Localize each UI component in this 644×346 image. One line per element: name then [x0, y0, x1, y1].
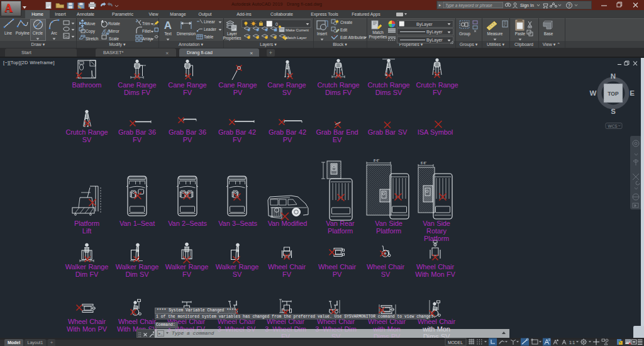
svg-text:Insert: Insert [317, 31, 327, 36]
svg-text:TOP: TOP [608, 91, 619, 97]
svg-text:Make Current: Make Current [286, 28, 309, 32]
svg-text:Properties: Properties [369, 35, 387, 40]
svg-text:ByLayer: ByLayer [426, 30, 443, 35]
svg-text:Scale: Scale [109, 36, 119, 41]
svg-text:E: E [630, 89, 635, 97]
svg-text:N: N [611, 72, 616, 80]
svg-text:Leader: Leader [204, 27, 217, 31]
svg-text:Dimension: Dimension [177, 31, 196, 36]
svg-text:WCS: WCS [608, 124, 618, 128]
svg-text:S: S [611, 108, 616, 115]
svg-text:MODEL: MODEL [448, 340, 463, 345]
svg-text:Line: Line [4, 31, 13, 35]
svg-text:Move: Move [86, 21, 96, 26]
svg-text:Match Layer: Match Layer [286, 35, 307, 40]
svg-text:Table: Table [204, 35, 214, 39]
svg-text:Measure: Measure [487, 31, 503, 36]
svg-text:ByLayer: ByLayer [416, 22, 433, 27]
svg-text:?: ? [568, 3, 570, 8]
svg-text:Circle: Circle [33, 31, 43, 35]
svg-text:1:1: 1:1 [569, 340, 575, 345]
svg-text:Array: Array [142, 36, 152, 42]
svg-text:8'-6": 8'-6" [374, 159, 379, 162]
svg-text:Mirror: Mirror [109, 29, 120, 33]
svg-text:Sign In: Sign In [520, 3, 534, 8]
svg-text:Trim: Trim [142, 21, 150, 26]
svg-text:A: A [164, 20, 172, 31]
svg-text:6'-6": 6'-6" [421, 162, 426, 165]
svg-text:Base: Base [544, 31, 553, 36]
svg-text:Copy: Copy [86, 29, 96, 34]
svg-text:ByLayer: ByLayer [426, 38, 443, 43]
svg-text:Stretch: Stretch [86, 36, 99, 41]
svg-text:W: W [590, 89, 597, 97]
svg-text:Linear: Linear [204, 20, 216, 24]
svg-text:Fillet: Fillet [142, 29, 151, 33]
svg-text:Paste: Paste [515, 31, 526, 36]
svg-text:Create: Create [340, 20, 353, 25]
svg-text:Polyline: Polyline [16, 31, 30, 36]
svg-text:Properties: Properties [223, 36, 241, 41]
svg-text:Arc: Arc [51, 31, 57, 35]
svg-text:Match: Match [372, 30, 384, 35]
svg-text:Edit Attributes: Edit Attributes [340, 35, 365, 40]
svg-text:Rotate: Rotate [108, 21, 120, 26]
svg-text:Group: Group [459, 31, 470, 36]
svg-text:Edit: Edit [340, 28, 347, 32]
svg-text:0: 0 [275, 22, 278, 26]
svg-text:Text: Text [164, 31, 172, 36]
